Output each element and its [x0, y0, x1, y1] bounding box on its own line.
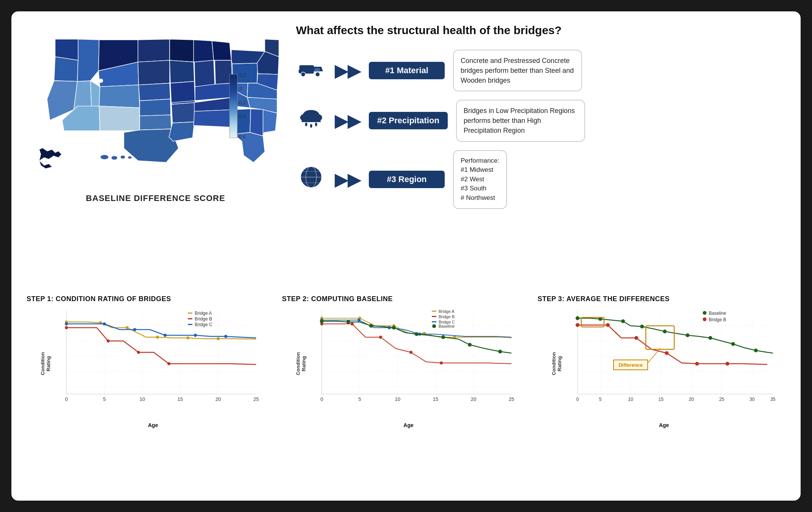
svg-text:Bridge B: Bridge B — [195, 316, 212, 322]
svg-text:20: 20 — [216, 396, 221, 402]
svg-rect-110 — [188, 318, 192, 319]
svg-text:15: 15 — [178, 396, 183, 402]
svg-point-45 — [100, 155, 109, 160]
svg-point-193 — [634, 336, 638, 340]
svg-marker-21 — [169, 122, 194, 141]
bottom-charts-section: STEP 1: CONDITION RATING OF BRIDGES Cond… — [27, 295, 785, 493]
svg-text:25: 25 — [253, 396, 259, 402]
truck-icon — [296, 58, 326, 83]
svg-marker-43 — [39, 148, 62, 160]
chart-block-step1: STEP 1: CONDITION RATING OF BRIDGES Cond… — [27, 295, 274, 493]
factor-desc-region: Performance: #1 Midwest #2 West #3 South… — [453, 150, 507, 209]
svg-point-95 — [156, 336, 159, 339]
svg-point-100 — [137, 351, 140, 354]
svg-point-159 — [432, 324, 436, 328]
svg-text:0: 0 — [321, 396, 323, 402]
svg-point-94 — [126, 326, 129, 329]
svg-point-142 — [357, 319, 360, 322]
svg-point-104 — [133, 328, 136, 331]
arrow-precipitation: ▶▶ — [335, 111, 360, 130]
svg-point-99 — [107, 339, 110, 342]
svg-text:Bridge A: Bridge A — [195, 311, 212, 316]
svg-marker-11 — [138, 39, 170, 62]
svg-point-191 — [576, 323, 579, 327]
chart-title-step3: STEP 3: AVERAGE THE DIFFERENCES — [538, 295, 670, 303]
svg-marker-9 — [99, 85, 140, 108]
top-section: 0.2 0 -0.2 -0.4 -0.6 BASELINE DIFFERENCE… — [27, 23, 785, 288]
svg-marker-24 — [212, 41, 231, 60]
svg-point-192 — [606, 323, 610, 327]
x-label-step3: Age — [659, 422, 669, 428]
svg-text:35: 35 — [770, 397, 776, 402]
factor-desc-material: Concrete and Prestressed Concrete bridge… — [453, 50, 582, 91]
svg-point-101 — [167, 362, 170, 365]
svg-marker-1 — [54, 57, 78, 82]
svg-text:Bridge B: Bridge B — [439, 314, 455, 319]
svg-point-66 — [305, 123, 307, 126]
y-label-step1: Condition Rating — [40, 349, 51, 379]
svg-text:0: 0 — [576, 397, 579, 402]
svg-rect-108 — [188, 313, 192, 314]
y-label-step2: Condition Rating — [295, 349, 307, 379]
svg-text:20: 20 — [471, 396, 476, 402]
svg-text:Bridge B: Bridge B — [709, 317, 726, 322]
svg-point-48 — [128, 156, 132, 159]
svg-rect-112 — [188, 324, 192, 325]
svg-text:Bridge C: Bridge C — [195, 322, 212, 327]
factor-badge-precipitation: #2 Precipitation — [369, 112, 448, 129]
us-map-svg: 0.2 0 -0.2 -0.4 -0.6 — [32, 27, 279, 182]
svg-point-140 — [440, 361, 443, 364]
svg-text:-0.4: -0.4 — [237, 114, 245, 119]
x-label-step2: Age — [403, 422, 413, 428]
svg-point-195 — [695, 362, 699, 366]
svg-point-202 — [703, 311, 707, 315]
svg-point-68 — [315, 123, 317, 126]
svg-point-152 — [498, 350, 502, 353]
svg-point-150 — [441, 335, 445, 339]
x-label-step1: Age — [148, 422, 158, 428]
chart-block-step2: STEP 2: COMPUTING BASELINE Condition Rat… — [282, 295, 530, 493]
svg-point-103 — [103, 322, 106, 325]
map-area: 0.2 0 -0.2 -0.4 -0.6 BASELINE DIFFERENCE… — [27, 23, 285, 288]
svg-point-47 — [120, 155, 125, 159]
svg-point-98 — [65, 326, 68, 329]
svg-marker-12 — [138, 60, 170, 85]
svg-point-147 — [369, 324, 373, 328]
svg-point-96 — [186, 336, 189, 339]
svg-rect-61 — [299, 70, 300, 73]
svg-point-187 — [686, 333, 689, 337]
svg-text:20: 20 — [689, 397, 694, 402]
svg-text:15: 15 — [433, 396, 438, 402]
svg-point-185 — [640, 325, 644, 328]
svg-marker-14 — [140, 99, 171, 116]
chart-title-step2: STEP 2: COMPUTING BASELINE — [282, 295, 393, 303]
chart-svg-step2: 0 5 10 15 20 25 — [307, 307, 519, 409]
svg-point-105 — [164, 334, 167, 337]
svg-point-148 — [392, 326, 396, 330]
svg-rect-198 — [646, 326, 674, 349]
svg-point-189 — [731, 342, 735, 346]
map-title: BASELINE DIFFERENCE SCORE — [86, 193, 225, 203]
svg-text:0: 0 — [65, 396, 68, 402]
factor-badge-region: #3 Region — [369, 171, 445, 188]
svg-marker-44 — [39, 161, 52, 169]
chart-title-step1: STEP 1: CONDITION RATING OF BRIDGES — [27, 295, 171, 303]
svg-marker-22 — [194, 40, 214, 62]
svg-point-151 — [468, 343, 472, 347]
chart-block-step3: STEP 3: AVERAGE THE DIFFERENCES Conditio… — [538, 295, 785, 493]
svg-marker-13 — [138, 83, 170, 101]
svg-point-204 — [703, 317, 707, 321]
svg-point-190 — [754, 349, 758, 352]
svg-marker-17 — [170, 39, 194, 62]
svg-point-97 — [217, 337, 220, 340]
svg-text:5: 5 — [359, 396, 361, 402]
main-card: 0.2 0 -0.2 -0.4 -0.6 BASELINE DIFFERENCE… — [11, 11, 801, 501]
svg-point-106 — [194, 334, 197, 337]
factor-badge-material: #1 Material — [369, 62, 445, 79]
svg-text:Baseline: Baseline — [439, 324, 455, 328]
factor-desc-precipitation: Bridges in Low Precipitation Regions per… — [456, 100, 585, 141]
svg-point-146 — [346, 320, 350, 324]
svg-text:10: 10 — [395, 396, 400, 402]
svg-point-107 — [224, 335, 227, 338]
svg-rect-56 — [299, 65, 314, 74]
